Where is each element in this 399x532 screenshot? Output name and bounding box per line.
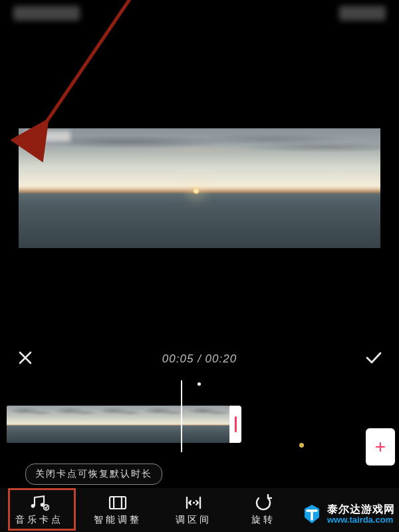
watermark-url: www.tairda.com: [327, 515, 395, 525]
close-icon: [18, 350, 33, 368]
clip-thumbnail: [185, 406, 229, 443]
header-right-blur: [339, 6, 386, 21]
playhead[interactable]: [181, 380, 182, 452]
close-button[interactable]: [15, 348, 36, 370]
clip-strip[interactable]: [7, 406, 229, 443]
timeline[interactable]: +: [0, 380, 399, 454]
header: [0, 0, 399, 27]
preview-label-blur: [24, 131, 70, 142]
tool-label: 旋转: [251, 514, 275, 526]
clip-thumbnail: [51, 406, 96, 443]
playhead-marker-dot: [198, 382, 201, 386]
check-icon: [365, 350, 382, 368]
clip-strip-row: +: [0, 404, 399, 444]
svg-rect-6: [121, 497, 122, 509]
preview-frame: [19, 128, 380, 248]
watermark-text: 泰尔达游戏网 www.tairda.com: [327, 504, 395, 524]
tool-label: 调区间: [176, 514, 211, 526]
time-current: 00:05: [162, 352, 194, 365]
tool-music-beat[interactable]: 音乐卡点: [0, 489, 78, 531]
clip-trim-handle[interactable]: [229, 406, 241, 443]
watermark-name: 泰尔达游戏网: [327, 504, 395, 515]
time-display: 00:05 / 00:20: [162, 352, 237, 366]
smart-adjust-icon: [108, 494, 128, 511]
header-left-blur: [13, 6, 80, 21]
beat-marker: [299, 443, 304, 448]
svg-point-1: [31, 504, 35, 508]
tool-adjust-range[interactable]: 调区间: [157, 489, 230, 531]
video-preview[interactable]: [19, 40, 380, 336]
watermark: 泰尔达游戏网 www.tairda.com: [301, 503, 395, 525]
clip-thumbnail: [140, 406, 185, 443]
hint-tooltip: 关闭卡点可恢复默认时长: [25, 464, 162, 485]
music-beat-icon: [29, 494, 49, 511]
range-icon: [184, 494, 203, 511]
tool-smart-adjust[interactable]: 智能调整: [78, 489, 157, 531]
hint-text: 关闭卡点可恢复默认时长: [35, 468, 152, 479]
controls-row: 00:05 / 00:20: [0, 346, 399, 372]
time-total: 00:20: [205, 352, 237, 365]
svg-rect-5: [113, 497, 114, 509]
rotate-icon: [253, 494, 273, 511]
watermark-logo-icon: [301, 503, 323, 525]
tool-rotate[interactable]: 旋转: [230, 489, 297, 531]
clip-thumbnail: [7, 406, 51, 443]
confirm-button[interactable]: [363, 348, 384, 370]
clip-thumbnail: [96, 406, 140, 443]
time-separator: /: [194, 352, 205, 365]
tool-label: 音乐卡点: [15, 514, 63, 526]
svg-rect-4: [110, 497, 126, 509]
plus-icon: +: [375, 436, 386, 458]
add-clip-button[interactable]: +: [366, 428, 395, 466]
tool-label: 智能调整: [94, 514, 142, 526]
app-root: 00:05 / 00:20 + 关闭卡点可恢复默认时长: [0, 0, 399, 532]
